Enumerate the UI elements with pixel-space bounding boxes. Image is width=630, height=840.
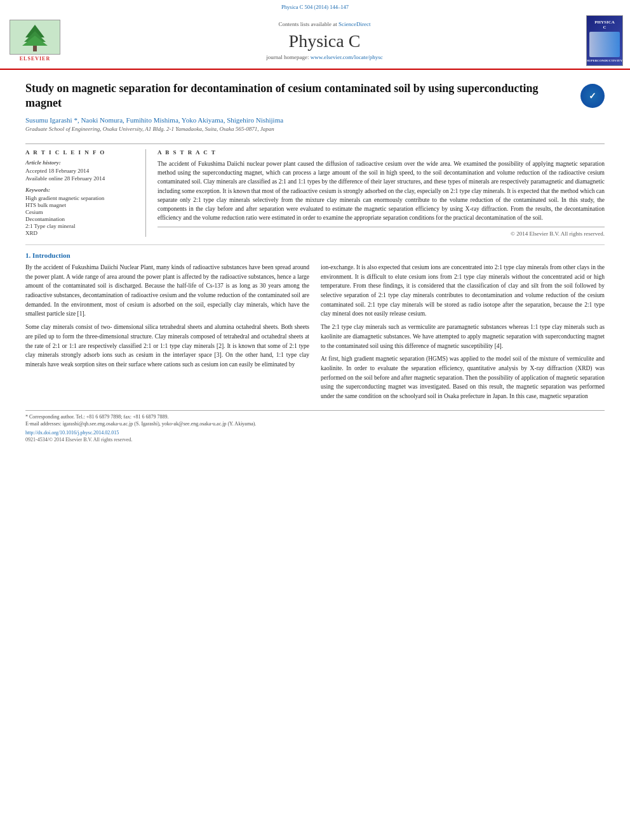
journal-name: Physica C	[289, 31, 361, 51]
body-col-left: By the accident of Fukushima Daiichi Nuc…	[25, 263, 309, 405]
accepted-date: Accepted 18 February 2014	[25, 168, 138, 174]
abstract-column: A B S T R A C T The accident of Fukushim…	[158, 149, 605, 237]
article-info-column: A R T I C L E I N F O Article history: A…	[25, 149, 146, 237]
elsevier-logo: ELSEVIER	[10, 20, 60, 62]
article-info-abstract: A R T I C L E I N F O Article history: A…	[25, 143, 605, 237]
footnote-email: E-mail addresses: igarashi@qh.see.eng.os…	[25, 421, 605, 427]
intro-para-3: ion-exchange. It is also expected that c…	[321, 263, 605, 319]
body-col-right: ion-exchange. It is also expected that c…	[321, 263, 605, 405]
intro-para-4: The 2:1 type clay minerals such as vermi…	[321, 323, 605, 350]
footer-doi[interactable]: http://dx.doi.org/10.1016/j.physc.2014.0…	[25, 430, 605, 436]
available-date: Available online 28 February 2014	[25, 175, 138, 182]
physica-cover-subtext: SUPERCONDUCTIVITY	[587, 59, 622, 62]
article-authors: Susumu Igarashi *, Naoki Nomura, Fumihit…	[25, 116, 572, 124]
journal-homepage: journal homepage: www.elsevier.com/locat…	[266, 54, 382, 60]
article-footer: * Corresponding author. Tel.: +81 6 6879…	[25, 410, 605, 443]
journal-title-area: Contents lists available at ScienceDirec…	[70, 13, 579, 69]
keyword-5: 2:1 Type clay mineral	[25, 223, 138, 229]
journal-header: Physica C 504 (2014) 144–147 ELSEVIER	[0, 0, 630, 70]
article-affiliation: Graduate School of Engineering, Osaka Un…	[25, 126, 572, 132]
keyword-6: XRD	[25, 230, 138, 236]
physica-cover-text: PHYSICAC	[594, 20, 615, 30]
contents-line: Contents lists available at ScienceDirec…	[279, 21, 371, 27]
article-title-section: Study on magnetic separation for deconta…	[25, 81, 605, 138]
sciencedirect-link[interactable]: ScienceDirect	[338, 21, 370, 27]
footnote-star: * Corresponding author. Tel.: +81 6 6879…	[25, 414, 605, 420]
abstract-text: The accident of Fukushima Daiichi nuclea…	[158, 159, 605, 223]
intro-para-1: By the accident of Fukushima Daiichi Nuc…	[25, 263, 309, 319]
physica-cover: PHYSICAC SUPERCONDUCTIVITY	[586, 15, 623, 66]
doi-header-text: Physica C 504 (2014) 144–147	[281, 4, 349, 10]
history-title: Article history:	[25, 159, 138, 166]
section-introduction: 1. Introduction By the accident of Fukus…	[25, 251, 605, 405]
elsevier-tree-graphic	[10, 20, 60, 55]
journal-cover-area: PHYSICAC SUPERCONDUCTIVITY	[579, 13, 630, 69]
intro-para-2: Some clay minerals consist of two- dimen…	[25, 323, 309, 370]
crossmark-icon: ✓	[589, 91, 596, 102]
article-title: Study on magnetic separation for deconta…	[25, 81, 572, 138]
keywords-title: Keywords:	[25, 187, 138, 193]
elsevier-logo-area: ELSEVIER	[0, 13, 70, 69]
section-1-heading: 1. Introduction	[25, 251, 605, 259]
article-info-title: A R T I C L E I N F O	[25, 149, 138, 156]
doi-header: Physica C 504 (2014) 144–147	[0, 4, 630, 10]
footer-issn: 0921-4534/© 2014 Elsevier B.V. All right…	[25, 437, 605, 443]
body-columns: By the accident of Fukushima Daiichi Nuc…	[25, 263, 605, 405]
keyword-1: High gradient magnetic separation	[25, 195, 138, 201]
keyword-2: HTS bulk magnet	[25, 202, 138, 208]
article-body: Study on magnetic separation for deconta…	[0, 72, 630, 455]
keyword-4: Decontamination	[25, 216, 138, 222]
abstract-title: A B S T R A C T	[158, 149, 605, 156]
copyright-line: © 2014 Elsevier B.V. All rights reserved…	[158, 227, 605, 237]
keyword-3: Cesium	[25, 209, 138, 215]
crossmark-badge[interactable]: ✓	[580, 84, 605, 108]
journal-header-middle: ELSEVIER Contents lists available at Sci…	[0, 13, 630, 69]
section-divider	[25, 244, 605, 245]
homepage-link[interactable]: www.elsevier.com/locate/physc	[311, 54, 383, 60]
elsevier-label: ELSEVIER	[20, 56, 50, 62]
intro-para-5: At first, high gradient magnetic separat…	[321, 354, 605, 401]
